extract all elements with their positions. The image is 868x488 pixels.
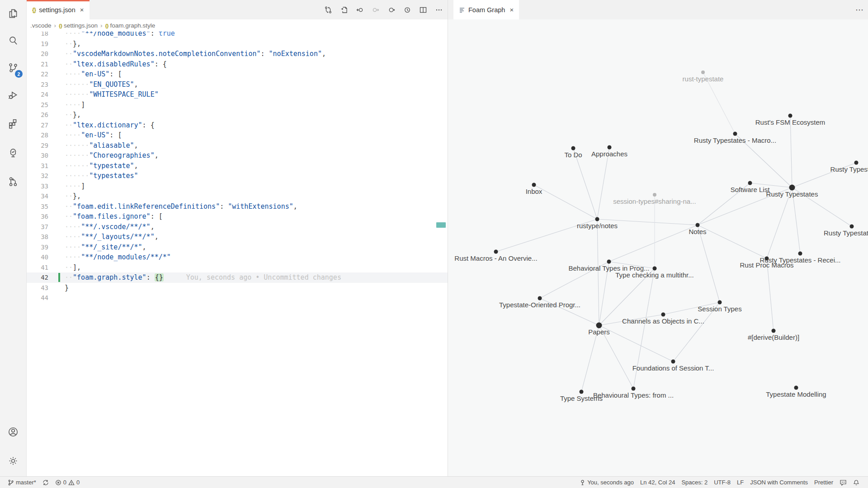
problems-status[interactable]: 00: [52, 477, 83, 488]
code-line-38[interactable]: 38····"**/_layouts/**/*",: [27, 232, 448, 242]
graph-node-behavioral[interactable]: [607, 260, 611, 264]
tab-settings-json[interactable]: {} settings.json ×: [27, 0, 90, 19]
graph-node-label[interactable]: Inbox: [526, 188, 542, 195]
graph-node-label[interactable]: Rust Macros - An Overvie...: [454, 254, 537, 262]
graph-node-label[interactable]: Rusty Typestates - Macro...: [694, 136, 776, 144]
search-icon[interactable]: [0, 28, 26, 53]
graph-node-label[interactable]: rust-typestate: [683, 75, 724, 83]
graph-node-ts-modelling[interactable]: [794, 386, 798, 390]
code-line-35[interactable]: 35··"foam.edit.linkReferenceDefinitions"…: [27, 202, 448, 212]
code-line-31[interactable]: 31······"typestate",: [27, 161, 448, 171]
panel-more-actions[interactable]: ⋯: [855, 0, 863, 19]
graph-node-label[interactable]: Papers: [588, 328, 610, 336]
extensions-icon[interactable]: [0, 111, 26, 136]
graph-node-label[interactable]: Typestate-Oriented Progr...: [499, 301, 580, 309]
graph-node-label[interactable]: Notes: [689, 228, 706, 235]
graph-node-label[interactable]: Foundations of Session T...: [632, 364, 714, 372]
code-line-21[interactable]: 21··"ltex.disabledRules": {: [27, 59, 448, 70]
code-line-28[interactable]: 28····"en-US": [: [27, 130, 448, 141]
close-tab-icon[interactable]: ×: [509, 6, 514, 14]
close-tab-icon[interactable]: ×: [80, 6, 84, 14]
graph-node-approaches[interactable]: [608, 145, 612, 150]
graph-node-ts-oriented[interactable]: [538, 296, 542, 300]
code-line-43[interactable]: 43}: [27, 283, 448, 293]
account-icon[interactable]: [0, 419, 26, 445]
graph-node-label[interactable]: Session Types: [698, 305, 741, 313]
code-line-39[interactable]: 39····"**/_site/**/*",: [27, 242, 448, 253]
graph-node-foundations[interactable]: [671, 360, 675, 364]
code-editor[interactable]: 18····"**/node_modules": true19··},20··"…: [27, 32, 448, 476]
sync-status[interactable]: [39, 477, 52, 488]
code-line-19[interactable]: 19··},: [27, 39, 448, 49]
code-line-23[interactable]: 23······"EN_QUOTES",: [27, 80, 448, 90]
cursor-position[interactable]: Ln 42, Col 24: [637, 477, 678, 488]
graph-node-label[interactable]: Rusty Typestates - Recei...: [760, 256, 841, 264]
graph-node-label[interactable]: Channels as Objects in C...: [622, 317, 704, 325]
gitlens-icon[interactable]: [0, 169, 26, 194]
graph-node-type-systems[interactable]: [580, 390, 584, 394]
notifications[interactable]: [850, 477, 863, 488]
settings-gear-icon[interactable]: [0, 448, 26, 474]
code-line-24[interactable]: 24······"WHITESPACE_RULE": [27, 89, 448, 100]
graph-node-label[interactable]: session-types#sharing-na...: [613, 197, 696, 205]
graph-node-label[interactable]: rustype/notes: [577, 222, 618, 230]
previous-change-icon[interactable]: [354, 4, 366, 16]
graph-node-label[interactable]: Typestate Modelling: [766, 390, 826, 398]
code-line-42[interactable]: 42··"foam.graph.style": {}You, seconds a…: [27, 272, 448, 283]
graph-node-inbox[interactable]: [532, 183, 536, 187]
code-line-22[interactable]: 22····"en-US": [: [27, 69, 448, 80]
graph-node-derive-builder[interactable]: [772, 329, 776, 333]
graph-node-label[interactable]: Rust's FSM Ecosystem: [755, 118, 826, 126]
git-compare-icon[interactable]: [322, 4, 334, 16]
code-line-29[interactable]: 29······"aliasable",: [27, 141, 448, 151]
eol[interactable]: LF: [734, 477, 747, 488]
explorer-icon[interactable]: [0, 1, 26, 26]
code-line-30[interactable]: 30······"Choreographies",: [27, 150, 448, 161]
next-change-icon[interactable]: [370, 4, 382, 16]
code-line-44[interactable]: 44: [27, 293, 448, 303]
foam-graph-canvas[interactable]: rust-typestateRust's FSM EcosystemRusty …: [448, 19, 868, 476]
graph-node-label[interactable]: Approaches: [591, 150, 627, 158]
code-line-37[interactable]: 37····"**/.vscode/**/*",: [27, 222, 448, 232]
graph-node-channels[interactable]: [661, 313, 665, 317]
tab-foam-graph[interactable]: Foam Graph ×: [453, 0, 519, 19]
feedback[interactable]: [836, 477, 850, 488]
graph-node-label[interactable]: Rusty Typestates -: [824, 229, 868, 237]
code-line-32[interactable]: 32······"typestates": [27, 171, 448, 181]
graph-node-label[interactable]: Behavioural Types: from ...: [593, 391, 674, 399]
graph-node-rust-macros[interactable]: [494, 250, 498, 254]
code-line-34[interactable]: 34··},: [27, 191, 448, 202]
graph-node-rustype-notes[interactable]: [595, 217, 599, 221]
graph-node-label[interactable]: Type checking a multithr...: [615, 271, 693, 279]
graph-node-rt-recei[interactable]: [798, 252, 802, 256]
graph-node-papers[interactable]: [596, 323, 602, 328]
source-control-icon[interactable]: 2: [0, 55, 26, 80]
branch-status[interactable]: master*: [5, 477, 39, 488]
breadcrumb-item[interactable]: .vscode: [30, 22, 52, 29]
graph-node-behavioural[interactable]: [632, 387, 636, 391]
testing-icon[interactable]: [0, 140, 26, 165]
more-actions-icon[interactable]: ⋯: [855, 5, 863, 15]
history-icon[interactable]: [401, 4, 413, 16]
breadcrumb-item[interactable]: {}foam.graph.style: [105, 22, 156, 29]
graph-node-rust-typestate[interactable]: [701, 70, 705, 74]
more-actions-icon[interactable]: [433, 4, 445, 16]
graph-node-session-types[interactable]: [718, 300, 722, 305]
graph-node-label[interactable]: #[derive(Builder)]: [748, 333, 799, 341]
graph-node-label[interactable]: To Do: [564, 151, 582, 159]
code-line-18[interactable]: 18····"**/node_modules": true: [27, 32, 448, 39]
graph-node-label[interactable]: Software List: [731, 186, 770, 193]
code-line-20[interactable]: 20··"vscodeMarkdownNotes.noteCompletionC…: [27, 49, 448, 59]
graph-node-software-list[interactable]: [748, 181, 752, 185]
blame-status[interactable]: You, seconds ago: [576, 477, 637, 488]
code-line-36[interactable]: 36··"foam.files.ignore": [: [27, 211, 448, 222]
graph-node-type-checking[interactable]: [653, 267, 657, 271]
graph-node-rt-tr[interactable]: [854, 161, 859, 165]
graph-node-label[interactable]: Rusty Typestates: [766, 190, 818, 198]
code-line-25[interactable]: 25····]: [27, 100, 448, 110]
graph-node-notes[interactable]: [696, 223, 700, 227]
breadcrumb-item[interactable]: {}settings.json: [59, 22, 98, 29]
open-settings-ui-icon[interactable]: [338, 4, 350, 16]
split-editor-icon[interactable]: [417, 4, 429, 16]
graph-node-label[interactable]: Rusty Typestates: [830, 165, 868, 173]
